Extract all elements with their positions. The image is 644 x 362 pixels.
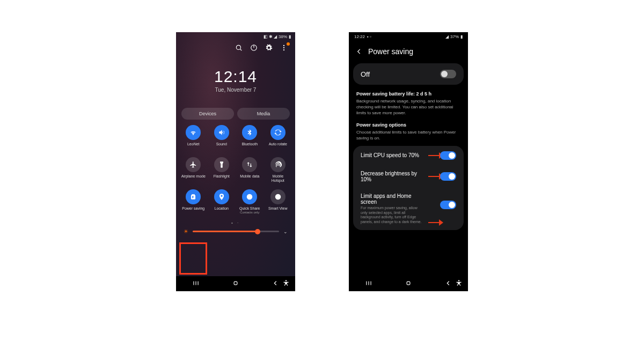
more-icon[interactable]	[280, 44, 288, 51]
wifi-icon	[186, 125, 201, 140]
tile-label: Airplane mode	[181, 174, 206, 179]
option-brightness[interactable]: Decrease brightness by 10%	[353, 165, 464, 188]
gear-icon[interactable]	[265, 44, 273, 51]
accessibility-icon[interactable]	[455, 279, 463, 288]
option-toggle[interactable]	[440, 151, 456, 160]
panel-actions	[176, 41, 295, 53]
brightness-slider[interactable]: ☀ ⌄	[176, 225, 295, 234]
slider-track[interactable]	[193, 231, 279, 232]
tile-label: Bluetooth	[241, 142, 258, 146]
tile-mobile-data[interactable]: Mobile data	[236, 157, 264, 187]
master-toggle-row[interactable]: Off	[353, 63, 464, 85]
clock: 12:14 Tue, November 7	[176, 68, 295, 93]
status-time: 12:22	[354, 34, 365, 39]
tile-auto-rotate[interactable]: Auto rotate	[264, 125, 292, 155]
tile-power-saving[interactable]: Power saving	[179, 189, 208, 219]
location-icon	[214, 189, 229, 204]
master-toggle-card: Off	[353, 63, 464, 85]
description-text: Background network usage, syncing, and l…	[356, 99, 460, 116]
tab-devices[interactable]: Devices	[181, 108, 234, 120]
recents-button[interactable]	[192, 279, 200, 288]
brightness-icon: ☀	[184, 228, 188, 234]
svg-point-4	[283, 45, 284, 46]
search-icon[interactable]	[235, 44, 243, 51]
tab-media[interactable]: Media	[237, 108, 290, 120]
home-button[interactable]	[405, 279, 412, 288]
home-button[interactable]	[232, 279, 239, 288]
slider-fill	[193, 231, 258, 232]
nav-bar	[349, 276, 468, 291]
back-button[interactable]	[444, 279, 452, 288]
svg-rect-17	[407, 282, 410, 285]
svg-line-1	[240, 49, 241, 50]
option-label: Limit CPU speed to 70%	[361, 152, 424, 158]
callout-highlight	[179, 242, 207, 275]
svg-point-5	[283, 47, 284, 48]
slider-thumb[interactable]	[255, 229, 260, 234]
back-button[interactable]	[272, 279, 279, 288]
svg-point-13	[286, 280, 287, 281]
quickshare-icon	[242, 189, 257, 204]
option-limit-apps[interactable]: Limit apps and Home screen For maximum p…	[353, 188, 464, 230]
option-toggle[interactable]	[440, 172, 456, 181]
tile-airplane[interactable]: Airplane mode	[179, 157, 208, 187]
powersave-icon	[186, 189, 201, 204]
tile-bluetooth[interactable]: Bluetooth	[236, 125, 264, 155]
tile-sound[interactable]: Sound	[208, 125, 236, 155]
tile-label: LeoNet	[187, 142, 200, 146]
panel-tabs: Devices Media	[176, 108, 295, 120]
tile-smart-view[interactable]: Smart View	[264, 189, 292, 219]
hotspot-icon	[270, 157, 286, 172]
tile-wifi[interactable]: LeoNet	[179, 125, 208, 155]
tile-label: Sound	[216, 142, 227, 146]
rotate-icon	[270, 125, 286, 140]
status-bar: ◧ ✱ ◢ 38% ▮	[176, 32, 295, 41]
accessibility-icon[interactable]	[282, 279, 290, 288]
svg-rect-12	[234, 282, 237, 285]
phone-power-saving-settings: 12:22 ▪ ▫ ◢ 37% ▮ Power saving Off Power…	[349, 32, 468, 291]
tile-sublabel: Contacts only	[240, 211, 259, 214]
option-label: Limit apps and Home screen	[361, 193, 424, 205]
airplane-icon	[186, 157, 201, 172]
chevron-down-icon[interactable]: ⌄	[283, 229, 288, 234]
smartview-icon	[270, 189, 286, 204]
tile-location[interactable]: Location	[208, 189, 236, 219]
master-toggle[interactable]	[440, 70, 456, 78]
options-heading: Power saving options	[356, 122, 460, 128]
status-bar: 12:22 ▪ ▫ ◢ 37% ▮	[349, 32, 468, 41]
option-toggle[interactable]	[440, 201, 456, 209]
sound-icon	[214, 125, 229, 140]
option-limit-cpu[interactable]: Limit CPU speed to 70%	[353, 146, 464, 165]
recents-button[interactable]	[365, 279, 372, 288]
clock-time: 12:14	[176, 68, 295, 86]
tile-hotspot[interactable]: Mobile Hotspot	[264, 157, 292, 187]
tile-quick-share[interactable]: Quick Share Contacts only	[236, 189, 264, 219]
power-icon[interactable]	[250, 44, 258, 51]
options-subheading: Choose additional limits to save battery…	[356, 130, 460, 142]
nav-bar	[176, 276, 295, 291]
options-card: Limit CPU speed to 70% Decrease brightne…	[353, 146, 464, 230]
back-icon[interactable]	[355, 48, 363, 55]
tile-label: Flashlight	[214, 174, 230, 179]
tile-flashlight[interactable]: Flashlight	[208, 157, 236, 187]
svg-point-6	[283, 49, 284, 50]
master-label: Off	[361, 70, 370, 78]
battery-text: 38%	[279, 34, 287, 39]
signal-icon: ◢	[445, 34, 449, 39]
page-indicator: • ·	[176, 220, 295, 225]
bluetooth-icon	[242, 125, 257, 140]
option-sublabel: For maximum power saving, allow only sel…	[361, 206, 424, 225]
option-label: Decrease brightness by 10%	[361, 171, 424, 182]
clock-date: Tue, November 7	[176, 87, 295, 93]
svg-point-18	[458, 280, 459, 281]
tile-label: Mobile Hotspot	[266, 174, 290, 182]
battery-text: 37%	[450, 34, 459, 39]
quick-settings-grid: LeoNet Sound Bluetooth Auto rotate Airpl…	[176, 120, 295, 219]
battery-icon: ▮	[460, 34, 463, 39]
status-indicators: ◧ ✱ ◢	[264, 34, 277, 39]
tile-label: Location	[215, 206, 229, 211]
battery-life-info: Power saving battery life: 2 d 5 h Backg…	[349, 87, 468, 118]
tile-label: Mobile data	[240, 174, 259, 179]
battery-life-label: Power saving battery life: 2 d 5 h	[356, 91, 460, 97]
page-title: Power saving	[368, 47, 413, 56]
